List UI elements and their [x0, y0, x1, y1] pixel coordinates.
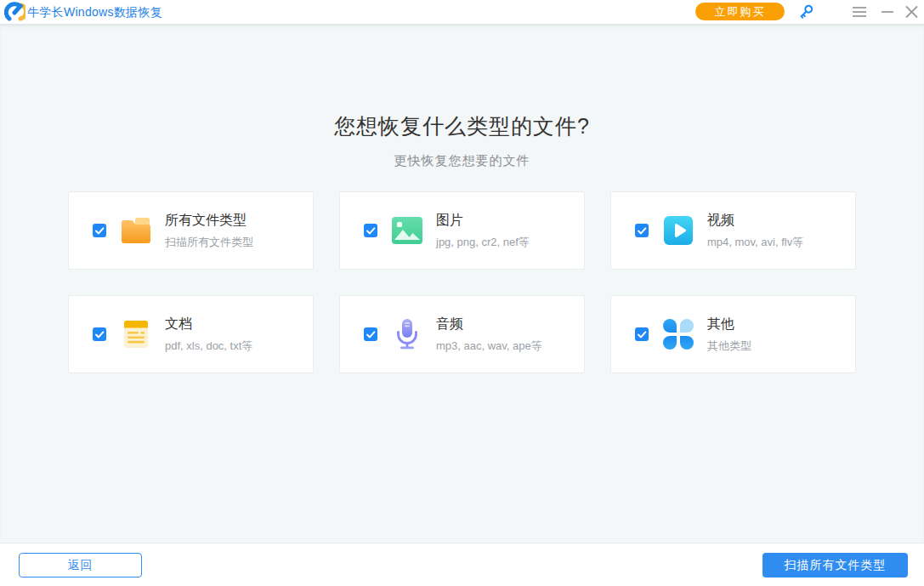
card-text: 其他 其他类型 — [707, 316, 751, 354]
card-text: 视频 mp4, mov, avi, flv等 — [707, 212, 803, 250]
checked-checkbox[interactable] — [635, 224, 649, 237]
back-button[interactable]: 返回 — [19, 553, 142, 577]
card-subtitle: mp3, aac, wav, ape等 — [436, 339, 542, 354]
card-pictures[interactable]: 图片 jpg, png, cr2, nef等 — [339, 191, 585, 270]
folder-icon — [119, 213, 153, 247]
app-logo-icon — [4, 2, 26, 22]
checked-checkbox[interactable] — [364, 327, 377, 341]
clover-icon — [661, 317, 695, 351]
document-icon — [119, 317, 153, 351]
checked-checkbox[interactable] — [364, 224, 377, 237]
card-subtitle: pdf, xls, doc, txt等 — [165, 339, 252, 354]
card-subtitle: 其他类型 — [707, 339, 751, 354]
file-type-grid: 所有文件类型 扫描所有文件类型 — [68, 191, 856, 373]
title-bar: 牛学长Windows数据恢复 立即购买 — [0, 0, 924, 24]
hamburger-menu-icon[interactable] — [851, 3, 868, 20]
card-text: 图片 jpg, png, cr2, nef等 — [436, 212, 530, 250]
microphone-icon — [390, 317, 424, 351]
buy-now-button[interactable]: 立即购买 — [695, 3, 785, 20]
video-play-icon — [661, 213, 695, 247]
card-subtitle: jpg, png, cr2, nef等 — [436, 235, 530, 250]
footer-bar: 返回 扫描所有文件类型 — [0, 543, 924, 586]
card-other[interactable]: 其他 其他类型 — [610, 295, 856, 373]
minimize-icon[interactable] — [879, 3, 896, 20]
card-text: 音频 mp3, aac, wav, ape等 — [436, 316, 542, 354]
page-subtitle: 更快恢复您想要的文件 — [0, 153, 924, 169]
card-text: 文档 pdf, xls, doc, txt等 — [165, 316, 252, 354]
card-all-file-types[interactable]: 所有文件类型 扫描所有文件类型 — [68, 191, 314, 270]
card-title: 音频 — [436, 316, 542, 333]
close-icon[interactable] — [903, 3, 920, 20]
main-content: 您想恢复什么类型的文件? 更快恢复您想要的文件 — [0, 24, 924, 543]
checked-checkbox[interactable] — [93, 224, 106, 237]
checked-checkbox[interactable] — [635, 327, 649, 341]
card-title: 视频 — [707, 212, 803, 230]
card-subtitle: 扫描所有文件类型 — [165, 235, 253, 250]
card-documents[interactable]: 文档 pdf, xls, doc, txt等 — [68, 295, 314, 373]
app-window: 牛学长Windows数据恢复 立即购买 — [0, 0, 924, 586]
card-title: 所有文件类型 — [165, 212, 253, 230]
license-key-icon[interactable] — [797, 3, 814, 20]
card-subtitle: mp4, mov, avi, flv等 — [707, 235, 803, 250]
card-videos[interactable]: 视频 mp4, mov, avi, flv等 — [610, 191, 856, 270]
page-title: 您想恢复什么类型的文件? — [0, 112, 924, 140]
card-audio[interactable]: 音频 mp3, aac, wav, ape等 — [339, 295, 585, 373]
scan-all-file-types-button[interactable]: 扫描所有文件类型 — [762, 553, 908, 577]
app-title: 牛学长Windows数据恢复 — [27, 0, 162, 24]
card-title: 图片 — [436, 212, 530, 230]
card-title: 文档 — [165, 316, 252, 333]
card-text: 所有文件类型 扫描所有文件类型 — [165, 212, 253, 250]
card-title: 其他 — [707, 316, 751, 333]
picture-icon — [390, 213, 424, 247]
checked-checkbox[interactable] — [93, 327, 106, 341]
